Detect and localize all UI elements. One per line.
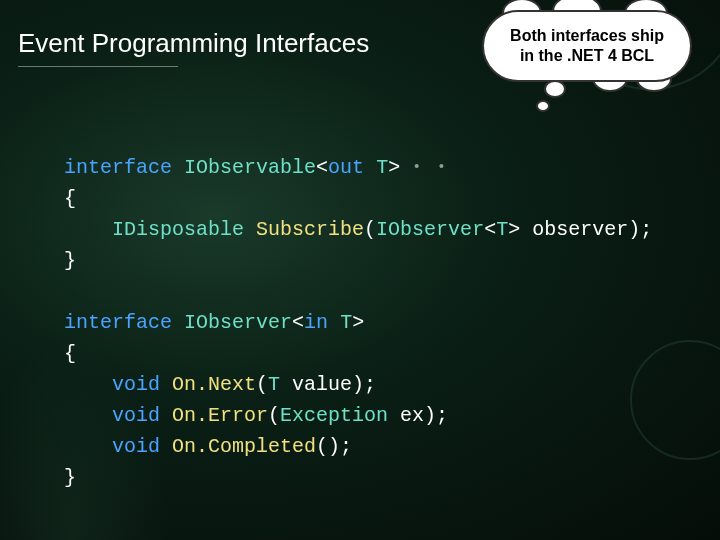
callout-line2: in the .NET 4 BCL (520, 47, 654, 64)
title-underline (18, 66, 178, 67)
thought-bubble: Both interfaces ship in the .NET 4 BCL (482, 10, 692, 82)
callout-line1: Both interfaces ship (510, 27, 664, 44)
slide-title: Event Programming Interfaces (18, 28, 369, 59)
code-block: interface IObservable<out T> • • { IDisp… (64, 152, 652, 493)
